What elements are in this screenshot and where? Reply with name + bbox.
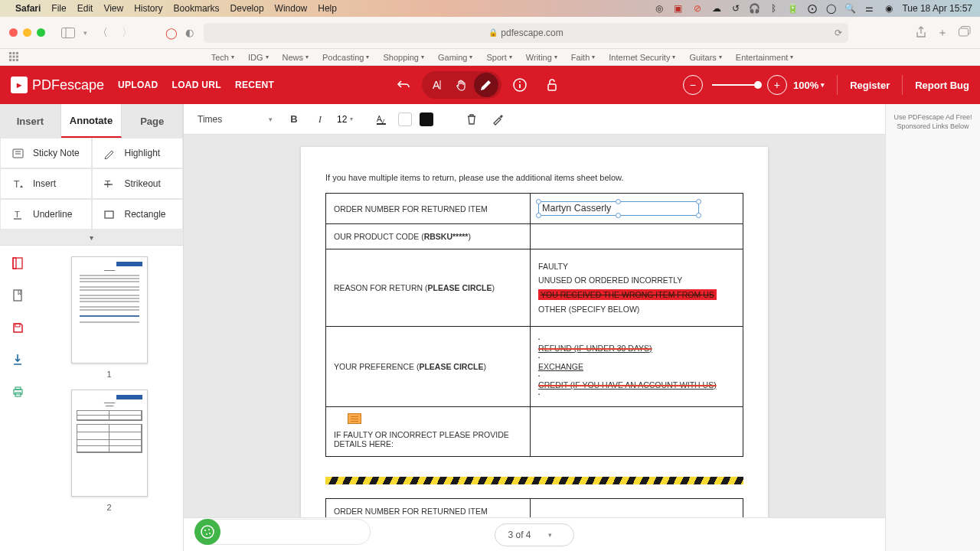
delete-button[interactable] [462,110,481,129]
print-button[interactable] [11,385,24,399]
document-scroll[interactable]: If you have multiple items to return, pl… [184,135,885,551]
bookmark-folder[interactable]: IDG▾ [248,53,269,62]
wifi-icon[interactable]: ⨀ [806,3,818,15]
status-icon[interactable]: ⊘ [691,3,703,15]
page-selector[interactable]: 3 of 4 ▾ [495,523,573,546]
page-thumbnail-1[interactable]: ━━━━━━━ [71,256,148,364]
details-cell[interactable] [531,407,743,457]
bookmark-folder[interactable]: Writing▾ [526,53,557,62]
pan-tool-button[interactable] [449,73,474,97]
zoom-value[interactable]: 100%▾ [793,80,825,91]
text-tool-button[interactable]: A [425,73,449,97]
url-bar[interactable]: ◯ ◐ 🔒 pdfescape.com ⟳ [204,23,848,43]
italic-button[interactable]: I [311,110,329,129]
headphones-icon[interactable]: 🎧 [749,3,760,15]
download-button[interactable] [11,353,24,367]
lock-button[interactable] [538,71,566,99]
load-url-link[interactable]: LOAD URL [172,80,221,90]
app-name[interactable]: Safari [15,3,41,14]
underline-tool[interactable]: TUnderline [0,199,92,230]
user-icon[interactable]: ◯ [825,3,837,15]
bold-button[interactable]: B [285,110,303,129]
register-link[interactable]: Register [850,80,890,91]
reason-option-highlighted[interactable]: YOU RECEIVED THE WRONG ITEM FROM US [538,289,717,300]
font-select[interactable]: Times▾ [193,110,277,129]
battery-icon[interactable]: 🔋 [787,3,799,15]
pdf-page[interactable]: If you have multiple items to return, pl… [301,147,768,551]
menu-file[interactable]: File [51,3,66,14]
cookie-settings-button[interactable] [194,519,220,545]
shield-icon[interactable]: ◐ [185,27,194,39]
highlight-tool[interactable]: Highlight [92,138,184,168]
rectangle-tool[interactable]: Rectangle [92,199,184,230]
strikeout-tool[interactable]: TStrikeout [92,168,184,199]
sticky-note-annotation[interactable] [348,413,361,424]
sidebar-toggle-button[interactable] [59,25,77,41]
spotlight-icon[interactable]: 🔍 [844,3,856,15]
siri-icon[interactable]: ◉ [883,3,894,15]
text-color-button[interactable]: AV [372,110,390,129]
resize-handle[interactable] [536,213,541,218]
bookmark-folder[interactable]: Entertainment▾ [736,53,793,62]
text-color-swatch[interactable] [420,112,433,126]
zoom-in-button[interactable]: + [767,75,787,95]
bg-color-swatch[interactable] [398,112,412,126]
new-tab-button[interactable]: ＋ [937,26,948,40]
resize-handle[interactable] [696,199,701,204]
bookmark-folder[interactable]: Gaming▾ [438,53,473,62]
share-button[interactable] [916,26,926,40]
save-button[interactable] [11,321,24,334]
bluetooth-icon[interactable]: ᛒ [768,3,779,15]
bookmark-folder[interactable]: Guitars▾ [689,53,721,62]
info-button[interactable] [506,71,534,99]
tab-page[interactable]: Page [122,104,183,138]
control-center-icon[interactable]: ⚌ [864,3,875,15]
menubar-datetime[interactable]: Tue 18 Apr 15:57 [902,3,972,14]
time-machine-icon[interactable]: ↺ [730,3,741,15]
tab-annotate[interactable]: Annotate [61,104,122,138]
order-number-cell[interactable]: Martyn Casserly [531,194,743,224]
bookmark-folder[interactable]: Tech▾ [211,53,234,62]
resize-handle[interactable] [696,213,701,218]
undo-button[interactable] [390,71,417,99]
bookmarks-panel-button[interactable] [11,289,24,302]
chevron-down-icon[interactable]: ▾ [83,29,87,37]
bookmark-folder[interactable]: Internet Security▾ [609,53,675,62]
reload-button[interactable]: ⟳ [835,28,842,38]
menu-view[interactable]: View [103,3,123,14]
bookmark-folder[interactable]: Shopping▾ [383,53,424,62]
insert-tool[interactable]: TInsert [0,168,92,199]
bookmark-folder[interactable]: Podcasting▾ [322,53,369,62]
status-icon[interactable]: ◎ [653,3,665,15]
pref-option-strike[interactable]: REFUND (IF UNDER 30 DAYS) [538,344,735,353]
recent-link[interactable]: RECENT [235,80,274,90]
report-bug-link[interactable]: Report Bug [915,80,969,91]
zoom-slider[interactable] [712,84,758,86]
sticky-note-tool[interactable]: Sticky Note [0,138,92,168]
menu-history[interactable]: History [134,3,162,14]
menu-develop[interactable]: Develop [230,3,264,14]
status-icon[interactable]: ▣ [672,3,684,15]
expand-tools-button[interactable]: ▾ [0,230,183,245]
resize-handle[interactable] [536,199,541,204]
bookmark-folder[interactable]: Sport▾ [486,53,511,62]
menu-help[interactable]: Help [318,3,337,14]
apps-grid-icon[interactable] [9,52,20,63]
tab-insert[interactable]: Insert [0,104,61,138]
font-size-select[interactable]: 12▾ [337,114,364,125]
bookmark-folder[interactable]: News▾ [283,53,309,62]
pref-option-strike[interactable]: CREDIT (IF YOU HAVE AN ACCOUNT WITH US) [538,380,735,390]
upload-link[interactable]: UPLOAD [118,80,158,90]
forward-button[interactable]: 〉 [118,25,136,41]
cloud-icon[interactable]: ☁ [710,3,722,15]
edit-tool-button[interactable] [474,73,498,97]
preference-cell[interactable]: • REFUND (IF UNDER 30 DAYS) • EXCHANGE •… [531,327,743,407]
pdfescape-logo[interactable]: ▸ PDFescape [11,77,104,93]
page-thumbnail-2[interactable]: ━━━━━━━━━━━━ [71,390,148,497]
menu-window[interactable]: Window [275,3,308,14]
resize-handle[interactable] [616,199,621,204]
menu-bookmarks[interactable]: Bookmarks [174,3,220,14]
tabs-button[interactable] [959,26,971,40]
opera-extension-icon[interactable]: ◯ [165,27,178,39]
pages-panel-button[interactable] [11,256,24,270]
